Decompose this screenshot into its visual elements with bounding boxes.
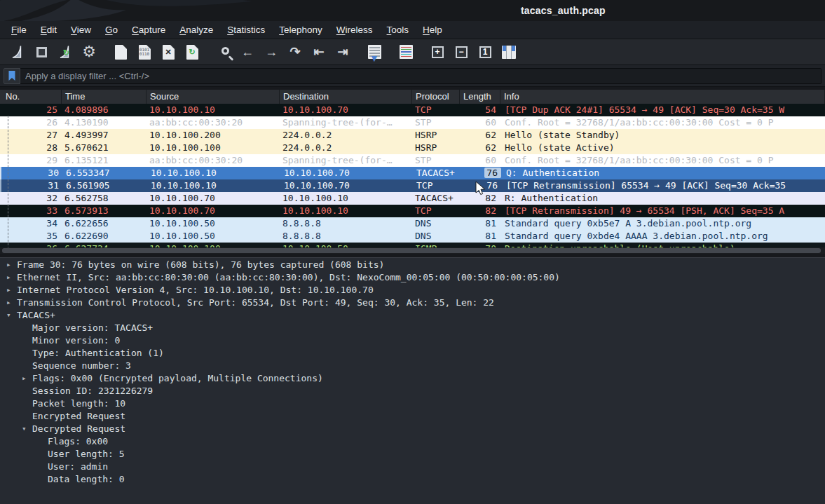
detail-line-3[interactable]: ▸Transmission Control Protocol, Src Port… [0,297,825,309]
cell-info: Q: Authentication [502,167,825,179]
detail-line-6[interactable]: Minor version: 0 [0,334,825,347]
detail-line-8[interactable]: Sequence number: 3 [0,360,825,372]
packet-row-32[interactable]: 326.56275810.10.100.7010.10.100.10TACACS… [0,192,825,205]
save-file-button[interactable]: 01010110 [135,42,154,62]
menu-edit[interactable]: Edit [34,21,64,39]
detail-line-13[interactable]: ▾Decrypted Request [0,423,825,435]
zoom-in-icon: + [432,46,444,58]
collapsed-arrow-icon[interactable]: ▸ [6,284,11,297]
packet-row-28[interactable]: 285.67062110.10.100.100224.0.0.2HSRP62He… [0,142,825,154]
column-header-protocol[interactable]: Protocol [412,90,460,104]
detail-line-5[interactable]: Major version: TACACS+ [0,322,825,334]
detail-line-12[interactable]: Encrypted Request [0,410,825,423]
column-header-length[interactable]: Length [460,90,500,104]
cell-source: 10.10.100.10 [146,104,280,116]
packet-row-29[interactable]: 296.135121aa:bb:cc:00:30:20Spanning-tree… [0,154,825,167]
capture-options-button[interactable]: ⚙ [79,42,99,62]
column-header-no[interactable]: No. [0,90,62,104]
go-to-packet-button[interactable]: ↷ [285,42,305,62]
menu-help[interactable]: Help [416,21,449,39]
detail-line-2[interactable]: ▸Internet Protocol Version 4, Src: 10.10… [0,284,825,297]
expanded-arrow-icon[interactable]: ▾ [6,309,11,322]
restart-capture-button[interactable]: ↻ [55,42,75,62]
packet-row-30[interactable]: 306.55334710.10.100.1010.10.100.70TACACS… [0,167,825,179]
detail-line-1[interactable]: ▸Ethernet II, Src: aa:bb:cc:80:30:00 (aa… [0,271,825,284]
cell-protocol: HSRP [412,129,460,142]
cell-destination: 224.0.0.2 [280,142,412,154]
menu-analyze[interactable]: Analyze [172,21,220,39]
cell-time: 5.670621 [62,142,146,154]
find-packet-icon [221,47,229,55]
colorize-packets-button[interactable] [396,42,416,62]
detail-line-0[interactable]: ▸Frame 30: 76 bytes on wire (608 bits), … [0,259,825,271]
packet-row-35[interactable]: 356.62269010.10.100.508.8.8.8DNS81Standa… [0,230,825,243]
menu-tools[interactable]: Tools [380,21,416,39]
go-back-button[interactable]: ← [238,42,257,62]
detail-line-text: Major version: TACACS+ [32,322,153,333]
cell-time: 6.573913 [62,205,146,217]
zoom-out-button[interactable]: − [451,42,471,62]
go-last-packet-button[interactable]: ⇥ [333,42,353,62]
zoom-original-button[interactable]: 1 [475,42,495,62]
detail-line-text: Packet length: 10 [32,398,125,409]
menu-capture[interactable]: Capture [125,21,172,39]
detail-line-15[interactable]: User length: 5 [0,448,825,461]
find-packet-button[interactable] [214,42,233,62]
zoom-in-button[interactable]: + [428,42,447,62]
menu-view[interactable]: View [64,21,98,39]
menu-telephony[interactable]: Telephony [272,21,329,39]
horizontal-scrollbar-thumb[interactable] [2,248,821,253]
packet-row-36[interactable]: 366.62773410.10.100.10010.10.100.50ICMP7… [0,243,825,247]
go-last-packet-icon: ⇥ [337,46,348,58]
reload-file-button[interactable]: ↻ [182,42,202,62]
menu-go[interactable]: Go [98,21,125,39]
auto-scroll-button[interactable]: ▼ [364,42,384,62]
collapsed-arrow-icon[interactable]: ▸ [22,372,27,385]
collapsed-arrow-icon[interactable]: ▸ [6,297,11,309]
detail-line-text: Decrypted Request [32,423,125,434]
column-header-time[interactable]: Time [62,90,146,104]
collapsed-arrow-icon[interactable]: ▸ [6,259,11,271]
column-header-destination[interactable]: Destination [280,90,412,104]
menu-wireless[interactable]: Wireless [329,21,380,39]
packet-row-27[interactable]: 274.49399710.10.100.200224.0.0.2HSRP62He… [0,129,825,142]
packet-row-31[interactable]: 316.56190510.10.100.1010.10.100.70TCP76[… [0,179,825,192]
detail-line-4[interactable]: ▾TACACS+ [0,309,825,322]
cell-time: 6.627734 [62,243,146,247]
cell-destination: 10.10.100.10 [280,192,412,205]
packet-row-25[interactable]: 254.08989610.10.100.1010.10.100.70TCP54[… [0,104,825,116]
column-header-info[interactable]: Info [500,90,825,104]
expanded-arrow-icon[interactable]: ▾ [22,423,27,435]
cell-time: 6.562758 [62,192,146,205]
cell-no: 33 [0,205,62,217]
detail-line-17[interactable]: Data length: 0 [0,473,825,486]
collapsed-arrow-icon[interactable]: ▸ [6,271,11,284]
go-first-packet-button[interactable]: ⇤ [309,42,329,62]
close-file-button[interactable]: ✕ [158,42,178,62]
menu-statistics[interactable]: Statistics [220,21,272,39]
packet-row-26[interactable]: 264.130190aa:bb:cc:00:30:20Spanning-tree… [0,116,825,129]
cell-info: Destination unreachable (Host unreachabl… [500,243,825,247]
detail-line-9[interactable]: ▸Flags: 0x00 (Encrypted payload, Multipl… [0,372,825,385]
detail-line-14[interactable]: Flags: 0x00 [0,435,825,448]
bookmark-icon[interactable] [4,68,20,84]
display-filter-input[interactable] [20,68,821,84]
detail-line-10[interactable]: Session ID: 2321226279 [0,385,825,397]
detail-line-text: TACACS+ [17,310,55,320]
resize-columns-button[interactable] [499,42,519,62]
stop-capture-button[interactable] [32,42,51,62]
packet-row-33[interactable]: 336.57391310.10.100.7010.10.100.10TCP82[… [0,205,825,217]
menu-bar: FileEditViewGoCaptureAnalyzeStatisticsTe… [0,21,825,39]
cell-protocol: DNS [412,230,460,243]
packet-row-34[interactable]: 346.62265610.10.100.508.8.8.8DNS81Standa… [0,217,825,230]
column-header-source[interactable]: Source [146,90,280,104]
open-file-button[interactable] [111,42,130,62]
cell-info: Standard query 0xb5e7 A 3.debian.pool.nt… [500,217,825,230]
start-capture-button[interactable] [8,42,27,62]
go-forward-button[interactable]: → [261,42,281,62]
detail-line-text: Encrypted Request [32,411,125,421]
detail-line-11[interactable]: Packet length: 10 [0,397,825,410]
detail-line-16[interactable]: User: admin [0,461,825,473]
detail-line-7[interactable]: Type: Authentication (1) [0,347,825,360]
menu-file[interactable]: File [4,21,34,39]
